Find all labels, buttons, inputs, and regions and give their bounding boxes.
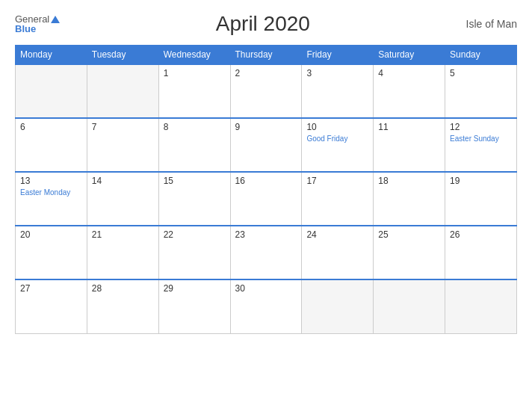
calendar-cell: 26 (445, 226, 517, 279)
calendar-cell: 15 (158, 172, 230, 226)
calendar-cell: 1 (158, 64, 230, 118)
calendar-week-row: 13Easter Monday141516171819 (16, 172, 517, 226)
calendar-header: General Blue April 2020 Isle of Man (15, 12, 517, 36)
day-number: 10 (306, 122, 368, 132)
day-number: 30 (235, 283, 297, 294)
day-number: 15 (164, 176, 226, 186)
calendar-cell: 22 (158, 226, 230, 279)
day-number: 1 (164, 68, 226, 78)
logo-blue-text: Blue (15, 24, 36, 34)
calendar-cell: 20 (16, 226, 87, 279)
weekday-header-friday: Friday (302, 46, 374, 65)
calendar-cell (302, 279, 374, 333)
day-number: 9 (235, 122, 297, 132)
calendar-cell: 24 (302, 226, 374, 279)
calendar-cell: 18 (374, 172, 445, 226)
calendar-cell: 21 (87, 226, 158, 279)
calendar-cell: 11 (374, 118, 445, 172)
day-number: 19 (450, 176, 512, 186)
holiday-label: Easter Sunday (450, 134, 512, 143)
day-number: 16 (235, 176, 297, 186)
day-number: 21 (92, 229, 154, 240)
month-title: April 2020 (216, 12, 310, 36)
day-number: 25 (378, 229, 440, 240)
weekday-header-sunday: Sunday (445, 46, 517, 65)
calendar-cell: 10Good Friday (302, 118, 374, 172)
day-number: 2 (235, 68, 297, 78)
weekday-header-monday: Monday (16, 46, 87, 65)
calendar-cell: 8 (158, 118, 230, 172)
day-number: 29 (164, 283, 226, 294)
holiday-label: Easter Monday (20, 188, 82, 197)
day-number: 23 (235, 229, 297, 240)
calendar-cell: 16 (230, 172, 302, 226)
day-number: 7 (92, 122, 154, 132)
calendar-cell (87, 64, 158, 118)
calendar-cell: 3 (302, 64, 374, 118)
calendar-table: MondayTuesdayWednesdayThursdayFridaySatu… (15, 45, 517, 334)
day-number: 14 (92, 176, 154, 186)
weekday-header-thursday: Thursday (230, 46, 302, 65)
logo-triangle-icon (51, 16, 60, 23)
region-label: Isle of Man (466, 18, 517, 30)
day-number: 11 (378, 122, 440, 132)
holiday-label: Good Friday (306, 134, 368, 143)
weekday-header-saturday: Saturday (374, 46, 445, 65)
calendar-week-row: 20212223242526 (16, 226, 517, 279)
day-number: 6 (20, 122, 82, 132)
calendar-cell: 7 (87, 118, 158, 172)
calendar-cell: 14 (87, 172, 158, 226)
calendar-cell: 28 (87, 279, 158, 333)
calendar-cell: 9 (230, 118, 302, 172)
calendar-cell (16, 64, 87, 118)
day-number: 3 (306, 68, 368, 78)
calendar-week-row: 678910Good Friday1112Easter Sunday (16, 118, 517, 172)
day-number: 24 (306, 229, 368, 240)
calendar-cell: 13Easter Monday (16, 172, 87, 226)
day-number: 26 (450, 229, 512, 240)
day-number: 27 (20, 283, 82, 294)
day-number: 20 (20, 229, 82, 240)
calendar-cell: 25 (374, 226, 445, 279)
day-number: 5 (450, 68, 512, 78)
calendar-cell (374, 279, 445, 333)
calendar-cell: 2 (230, 64, 302, 118)
day-number: 4 (378, 68, 440, 78)
weekday-header-tuesday: Tuesday (87, 46, 158, 65)
calendar-cell: 27 (16, 279, 87, 333)
day-number: 8 (164, 122, 226, 132)
calendar-cell: 19 (445, 172, 517, 226)
day-number: 13 (20, 176, 82, 186)
day-number: 22 (164, 229, 226, 240)
weekday-header-row: MondayTuesdayWednesdayThursdayFridaySatu… (16, 46, 517, 65)
calendar-cell: 4 (374, 64, 445, 118)
day-number: 17 (306, 176, 368, 186)
day-number: 12 (450, 122, 512, 132)
calendar-week-row: 12345 (16, 64, 517, 118)
calendar-cell (445, 279, 517, 333)
calendar-week-row: 27282930 (16, 279, 517, 333)
weekday-header-wednesday: Wednesday (158, 46, 230, 65)
calendar-cell: 30 (230, 279, 302, 333)
calendar-cell: 6 (16, 118, 87, 172)
calendar-cell: 12Easter Sunday (445, 118, 517, 172)
calendar-cell: 23 (230, 226, 302, 279)
calendar-cell: 17 (302, 172, 374, 226)
day-number: 18 (378, 176, 440, 186)
logo: General Blue (15, 14, 60, 34)
day-number: 28 (92, 283, 154, 294)
calendar-container: General Blue April 2020 Isle of Man Mond… (0, 0, 532, 411)
calendar-cell: 29 (158, 279, 230, 333)
calendar-cell: 5 (445, 64, 517, 118)
